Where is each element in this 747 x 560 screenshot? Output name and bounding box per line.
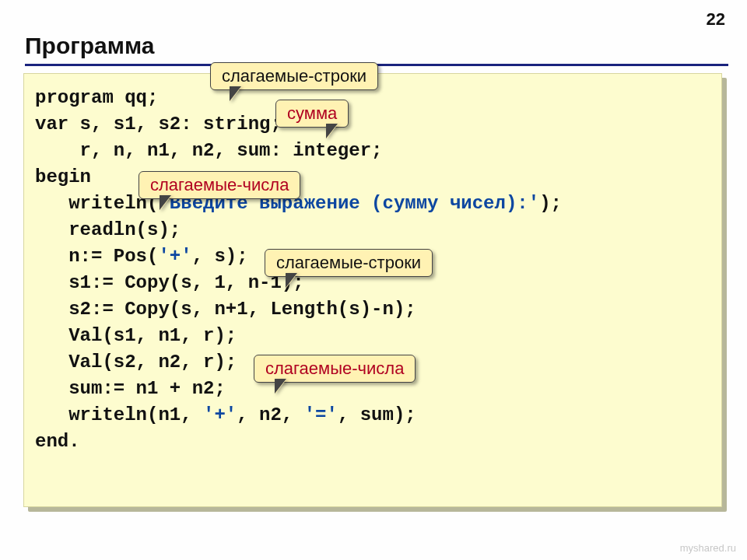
code-line: Val(s1, n1, r); [35, 325, 237, 346]
code-line: program qq; [35, 87, 158, 108]
callout-tail [230, 87, 241, 101]
code-string: '+' [203, 404, 237, 425]
page-title: Программа [25, 33, 154, 59]
callout-tail [160, 196, 171, 210]
page-number: 22 [707, 9, 725, 30]
code-line: s1:= Copy(s, 1, n-1); [35, 272, 304, 293]
code-line: , sum); [338, 404, 416, 425]
code-line: ); [539, 193, 562, 214]
code-line: begin [35, 166, 91, 187]
callout-sum: сумма [275, 100, 349, 128]
watermark: myshared.ru [680, 542, 736, 554]
callout-tail [327, 124, 338, 138]
code-line: n:= Pos( [35, 246, 158, 267]
code-line: s2:= Copy(s, n+1, Length(s)-n); [35, 299, 416, 320]
callout-tail [275, 380, 286, 394]
code-string: '+' [158, 246, 191, 267]
code-line: Val(s2, n2, r); [35, 352, 237, 373]
code-line: writeln(n1, [35, 404, 203, 425]
code-line: var s, s1, s2: string; [35, 114, 282, 135]
code-line: , s); [192, 246, 248, 267]
code-line: , n2, [237, 404, 303, 425]
code-line: end. [35, 431, 80, 452]
code-line: sum:= n1 + n2; [35, 378, 226, 399]
callout-tail [286, 274, 297, 288]
code-line: readln(s); [35, 219, 181, 240]
code-string: '=' [304, 404, 338, 425]
code-block: program qq; var s, s1, s2: string; r, n,… [23, 73, 722, 507]
code-line: r, n, n1, n2, sum: integer; [35, 140, 382, 161]
